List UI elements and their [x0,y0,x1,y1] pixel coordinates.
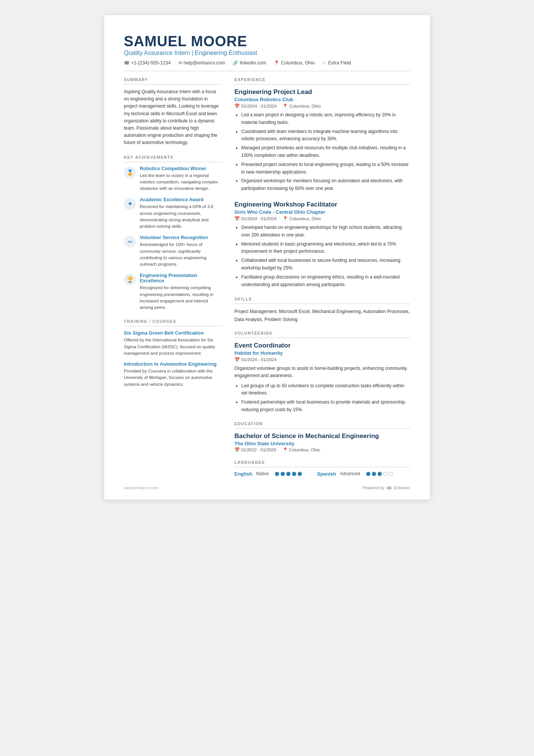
resume-page: SAMUEL MOORE Quality Assurance Intern | … [104,15,430,499]
training-title-0: Six Sigma Green Belt Certification [124,330,222,336]
exp-location-1: 📍 Columbus, Ohio [283,216,320,221]
footer-brand: Powered by ∞ Enhancv [362,484,410,492]
header-divider [124,71,410,71]
bullet-0-2: Managed project timelines and resources … [241,144,410,160]
training-desc-0: Offered by the International Association… [124,337,222,357]
summary-label: SUMMARY [124,77,222,82]
volunteering-divider [234,338,410,338]
edu-calendar-icon: 📅 [234,448,240,452]
vol-org-0: Habitat for Humanity [234,350,410,356]
achievement-desc-2: Acknowledged for 100+ hours of community… [140,241,222,268]
achievement-title-0: Robotics Competition Winner [140,166,222,171]
lang-dots-1 [366,472,393,476]
dot-0-1 [281,472,285,476]
achievement-icon-3: 🏆 [124,274,136,286]
exp-meta-1: 📅 01/2024 - 01/2024 📍 Columbus, Ohio [234,216,410,221]
education-section: EDUCATION Bachelor of Science in Mechani… [234,421,410,452]
achievement-content-1: Academic Excellence Award Received for m… [140,197,222,230]
volunteering-section: VOLUNTEERING Event Coordinator Habitat f… [234,331,410,414]
achievement-title-1: Academic Excellence Award [140,197,222,202]
skills-label: SKILLS [234,297,410,301]
summary-divider [124,84,222,85]
achievement-icon-1: ✦ [124,198,136,210]
achievement-content-0: Robotics Competition Winner Led the team… [140,166,222,192]
bullet-0-1: Coordinated with team members to integra… [241,128,410,143]
bullet-1-2: Collaborated with local businesses to se… [241,257,410,272]
summary-text: Aspiring Quality Assurance Intern with a… [124,88,222,147]
contact-extra: ☆ Extra Field [322,60,351,66]
dot-1-0 [366,472,370,476]
languages-section: LANGUAGES English Native [234,460,410,477]
phone-icon: ☎ [124,60,130,66]
location-icon: 📍 [274,60,279,66]
footer-website: www.enhancv.com [124,485,158,490]
edu-location-0: 📍 Columbus, Ohio [283,447,320,452]
vol-bullet-0-1: Fostered partnerships with local busines… [241,399,410,414]
lang-name-1: Spanish [317,471,336,477]
brand-name: Enhancv [394,485,410,490]
exp-title-0: Engineering Project Lead [234,88,410,96]
achievement-title-2: Volunteer Service Recognition [140,235,222,240]
contact-email: ✉ help@enhancv.com [178,60,225,66]
achievement-item-2: ✂ Volunteer Service Recognition Acknowle… [124,235,222,268]
contact-phone: ☎ +1-(234)-555-1234 [124,60,171,66]
bullet-0-0: Led a team project in designing a roboti… [241,111,410,127]
extra-text: Extra Field [328,60,351,66]
achievement-icon-0: 🏅 [124,167,136,179]
achievement-desc-0: Led the team to victory in a regional ro… [140,172,222,192]
contact-linkedin: 🔗 linkedin.com [233,60,266,66]
exp-bullets-0: Led a team project in designing a roboti… [234,111,410,193]
loc-icon-0: 📍 [283,103,288,109]
enhancv-logo-icon: ∞ [387,484,392,492]
achievements-label: KEY ACHIEVEMENTS [124,155,222,160]
location-text: Columbus, Ohio [281,60,315,66]
dot-0-4 [298,472,302,476]
bullet-1-1: Mentored students in basic programming a… [241,241,410,256]
right-column: EXPERIENCE Engineering Project Lead Colu… [234,77,410,477]
summary-section: SUMMARY Aspiring Quality Assurance Inter… [124,77,222,147]
phone-text: +1-(234)-555-1234 [131,60,171,66]
body-layout: SUMMARY Aspiring Quality Assurance Inter… [124,77,410,477]
exp-meta-0: 📅 01/2024 - 01/2024 📍 Columbus, Ohio [234,103,410,109]
lang-level-0: Native [256,471,269,476]
achievement-item-3: 🏆 Engineering Presentation Excellence Re… [124,273,222,311]
exp-org-1: Girls Who Code - Central Ohio Chapter [234,209,410,215]
dot-0-0 [275,472,279,476]
vol-desc-0: Organized volunteer groups to assist in … [234,365,410,379]
lang-name-0: English [234,471,252,477]
training-section: TRAINING / COURSES Six Sigma Green Belt … [124,319,222,388]
languages-label: LANGUAGES [234,460,410,465]
dot-0-2 [286,472,290,476]
achievement-desc-1: Received for maintaining a GPA of 3.8 ac… [140,203,222,230]
training-title-1: Introduction to Automotive Engineering [124,361,222,367]
edu-title-0: Bachelor of Science in Mechanical Engine… [234,432,410,440]
contact-row: ☎ +1-(234)-555-1234 ✉ help@enhancv.com 🔗… [124,60,410,66]
loc-icon-1: 📍 [283,216,288,221]
languages-row: English Native Spanish Advance [234,471,410,477]
extra-icon: ☆ [322,60,326,66]
training-label: TRAINING / COURSES [124,319,222,324]
edu-dates-0: 📅 01/2022 - 01/2026 [234,447,276,452]
header: SAMUEL MOORE Quality Assurance Intern | … [124,33,410,66]
candidate-title: Quality Assurance Intern | Engineering E… [124,50,410,56]
lang-item-0: English Native [234,471,302,477]
training-divider [124,326,222,326]
dot-1-4 [389,472,393,476]
bullet-1-3: Facilitated group discussions on enginee… [241,274,410,289]
achievements-divider [124,162,222,162]
linkedin-icon: 🔗 [233,60,238,66]
calendar-icon-0: 📅 [234,103,240,109]
skills-text: Project Management, Microsoft Excel, Mec… [234,308,410,323]
exp-item-0: Engineering Project Lead Columbus Roboti… [234,88,410,193]
achievements-section: KEY ACHIEVEMENTS 🏅 Robotics Competition … [124,155,222,311]
bullet-1-0: Developed hands-on engineering workshops… [241,224,410,239]
languages-divider [234,467,410,467]
linkedin-text: linkedin.com [240,60,266,66]
achievement-icon-2: ✂ [124,236,136,248]
skills-divider [234,304,410,304]
edu-org-0: The Ohio State University [234,441,410,446]
achievement-desc-3: Recognized for delivering compelling eng… [140,285,222,311]
vol-title-0: Event Coordinator [234,342,410,349]
vol-calendar-icon: 📅 [234,357,240,362]
exp-bullets-1: Developed hands-on engineering workshops… [234,224,410,288]
